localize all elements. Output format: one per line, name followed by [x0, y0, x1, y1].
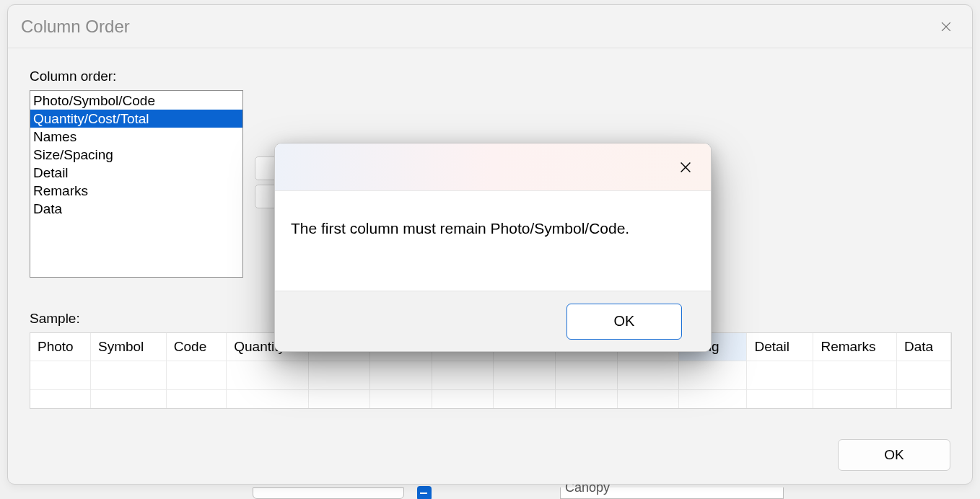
- column-header[interactable]: Data: [896, 333, 950, 361]
- table-cell: [494, 361, 556, 389]
- column-header[interactable]: Detail: [747, 333, 813, 361]
- table-cell: [227, 361, 308, 389]
- close-icon[interactable]: [936, 17, 956, 37]
- alert-ok-button[interactable]: OK: [566, 304, 682, 340]
- table-cell: [556, 389, 618, 408]
- table-cell: [90, 389, 166, 408]
- background-partial-ui: Canopy: [253, 487, 830, 499]
- background-checkbox-partial: [417, 486, 432, 499]
- listbox-item[interactable]: Data: [30, 200, 242, 218]
- table-cell: [227, 389, 308, 408]
- listbox-item[interactable]: Names: [30, 128, 242, 146]
- table-cell: [896, 361, 950, 389]
- table-cell: [617, 389, 679, 408]
- listbox-item[interactable]: Detail: [30, 164, 242, 182]
- dialog-title: Column Order: [21, 17, 130, 37]
- dialog-footer: OK: [838, 439, 950, 471]
- alert-titlebar: [275, 143, 711, 191]
- table-cell: [813, 361, 897, 389]
- table-row: [30, 361, 951, 389]
- alert-dialog: The first column must remain Photo/Symbo…: [274, 143, 712, 352]
- table-cell: [813, 389, 897, 408]
- table-cell: [556, 361, 618, 389]
- listbox-item[interactable]: Remarks: [30, 182, 242, 200]
- listbox-item[interactable]: Quantity/Cost/Total: [30, 110, 242, 128]
- alert-message: The first column must remain Photo/Symbo…: [275, 191, 711, 252]
- column-order-listbox[interactable]: Photo/Symbol/CodeQuantity/Cost/TotalName…: [30, 90, 243, 278]
- table-cell: [370, 361, 432, 389]
- dialog-titlebar: Column Order: [8, 5, 972, 48]
- listbox-item[interactable]: Photo/Symbol/Code: [30, 92, 242, 110]
- column-order-label: Column order:: [30, 69, 950, 84]
- table-cell: [166, 361, 226, 389]
- table-cell: [90, 361, 166, 389]
- ok-button[interactable]: OK: [838, 439, 950, 471]
- table-cell: [30, 361, 90, 389]
- background-button-partial: [253, 487, 404, 499]
- close-icon[interactable]: [676, 158, 695, 177]
- table-cell: [432, 361, 494, 389]
- table-cell: [747, 389, 813, 408]
- table-cell: [494, 389, 556, 408]
- table-cell: [679, 389, 747, 408]
- listbox-item[interactable]: Size/Spacing: [30, 146, 242, 164]
- alert-footer: OK: [275, 291, 711, 351]
- table-cell: [747, 361, 813, 389]
- background-dropdown-partial: Canopy: [560, 487, 784, 499]
- table-cell: [30, 389, 90, 408]
- table-cell: [896, 389, 950, 408]
- column-header[interactable]: Code: [166, 333, 226, 361]
- table-cell: [308, 361, 370, 389]
- table-cell: [617, 361, 679, 389]
- table-cell: [370, 389, 432, 408]
- table-row: [30, 389, 951, 408]
- table-cell: [679, 361, 747, 389]
- column-header[interactable]: Remarks: [813, 333, 897, 361]
- table-cell: [166, 389, 226, 408]
- column-header[interactable]: Symbol: [90, 333, 166, 361]
- table-cell: [308, 389, 370, 408]
- table-cell: [432, 389, 494, 408]
- column-header[interactable]: Photo: [30, 333, 90, 361]
